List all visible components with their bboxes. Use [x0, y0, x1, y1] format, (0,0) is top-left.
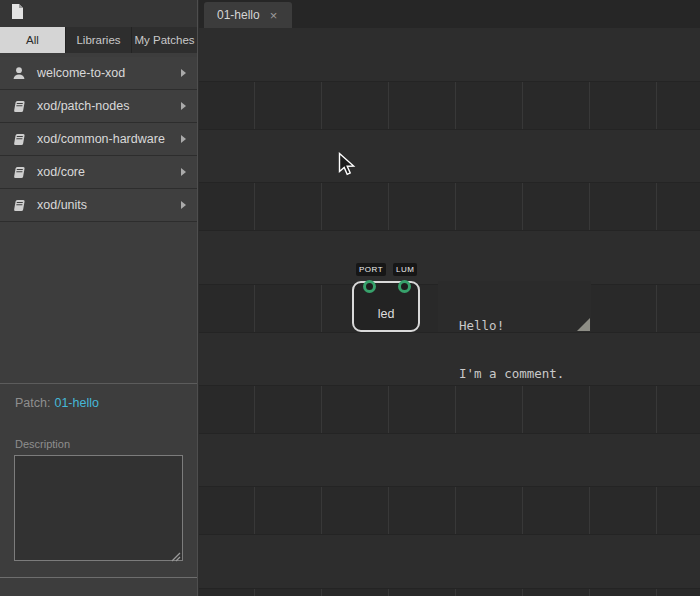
user-icon	[12, 66, 27, 80]
tab-my-patches[interactable]: My Patches	[132, 27, 197, 53]
chevron-right-icon[interactable]	[181, 168, 186, 176]
patch-label: Patch:	[15, 396, 50, 410]
tab-all[interactable]: All	[0, 27, 65, 53]
sidebar-toolbar	[0, 0, 197, 27]
close-icon[interactable]: ×	[270, 9, 278, 22]
panel-divider	[0, 383, 197, 384]
tree-item-label: xod/patch-nodes	[37, 99, 129, 113]
tree-item-label: xod/common-hardware	[37, 132, 165, 146]
pin-label-lum: LUM	[393, 263, 417, 276]
patch-canvas[interactable]: PORT LUM led Hello! I'm a comment.	[199, 28, 700, 596]
book-icon	[12, 100, 27, 113]
mouse-cursor-icon	[338, 152, 356, 181]
book-icon	[12, 166, 27, 179]
pin-label-port: PORT	[356, 263, 386, 276]
chevron-right-icon[interactable]	[181, 69, 186, 77]
sidebar-item-xod-units[interactable]: xod/units	[0, 189, 197, 222]
node-led: PORT LUM led	[352, 253, 420, 333]
description-label: Description	[15, 438, 70, 450]
book-icon	[12, 133, 27, 146]
sidebar-item-welcome-to-xod[interactable]: welcome-to-xod	[0, 57, 197, 90]
pin-lum[interactable]	[398, 280, 411, 293]
patch-name-link: 01-hello	[54, 396, 98, 410]
comment-block[interactable]: Hello! I'm a comment.	[438, 281, 591, 332]
xod-ide-window: All Libraries My Patches welcome-to-xod	[0, 0, 700, 596]
editor-tab-label: 01-hello	[217, 8, 260, 22]
comment-line-2: I'm a comment.	[459, 366, 591, 382]
project-tree: welcome-to-xod xod/patch-nodes	[0, 57, 197, 222]
comment-resize-handle-icon[interactable]	[577, 318, 590, 331]
document-icon	[11, 3, 24, 24]
sidebar-item-xod-common-hardware[interactable]: xod/common-hardware	[0, 123, 197, 156]
editor-tab-01-hello[interactable]: 01-hello ×	[204, 2, 292, 28]
description-textarea[interactable]	[14, 455, 183, 561]
project-browser-sidebar: All Libraries My Patches welcome-to-xod	[0, 0, 198, 596]
node-label: led	[378, 307, 395, 321]
tab-libraries[interactable]: Libraries	[66, 27, 131, 53]
chevron-right-icon[interactable]	[181, 102, 186, 110]
sidebar-item-xod-patch-nodes[interactable]: xod/patch-nodes	[0, 90, 197, 123]
tree-item-label: xod/core	[37, 165, 85, 179]
browser-filter-tabs: All Libraries My Patches	[0, 27, 197, 53]
tree-item-label: xod/units	[37, 198, 87, 212]
chevron-right-icon[interactable]	[181, 135, 186, 143]
new-patch-button[interactable]	[7, 3, 27, 24]
tree-item-label: welcome-to-xod	[37, 66, 125, 80]
sidebar-item-xod-core[interactable]: xod/core	[0, 156, 197, 189]
chevron-right-icon[interactable]	[181, 201, 186, 209]
sidebar-bottom-divider	[0, 577, 197, 578]
book-icon	[12, 199, 27, 212]
editor-tabbar: 01-hello ×	[199, 0, 700, 28]
comment-line-1: Hello!	[459, 318, 591, 334]
pin-port[interactable]	[363, 280, 376, 293]
current-patch-row: Patch:01-hello	[15, 396, 99, 410]
